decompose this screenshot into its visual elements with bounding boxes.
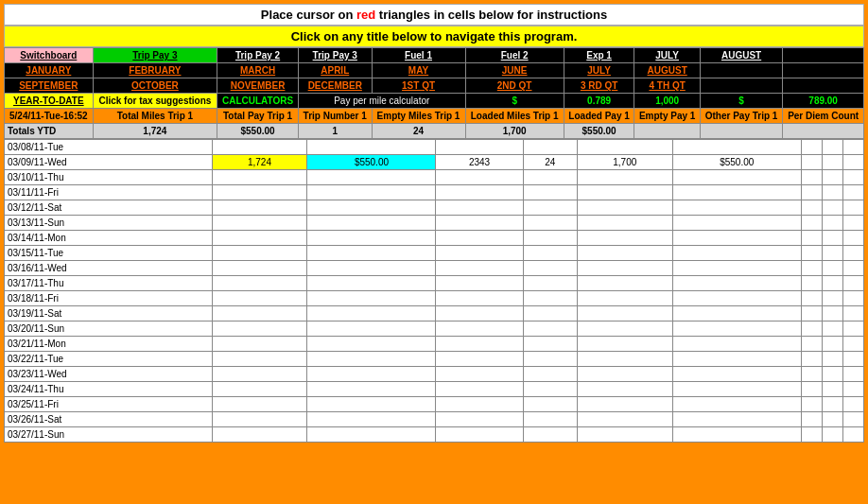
table-cell — [822, 306, 842, 322]
table-cell — [212, 306, 307, 322]
nav-trip-pay-3-active[interactable]: Trip Pay 3 — [93, 48, 217, 63]
table-cell — [822, 276, 842, 291]
table-cell — [307, 306, 436, 322]
table-cell — [523, 337, 577, 352]
nav-july-2[interactable]: JULY — [564, 63, 634, 78]
table-cell — [307, 200, 436, 216]
table-cell — [523, 367, 577, 382]
table-cell: 03/16/11-Wed — [5, 261, 213, 276]
table-cell — [672, 427, 801, 443]
table-cell — [672, 412, 801, 427]
nav-switchboard[interactable]: Switchboard — [5, 48, 94, 63]
nav-august-2[interactable]: AUGUST — [634, 63, 700, 78]
table-cell — [822, 427, 842, 443]
calc-value-3: 789.00 — [783, 94, 864, 109]
table-cell — [212, 231, 307, 246]
table-cell — [822, 231, 842, 246]
nav-3rd-qt[interactable]: 3 RD QT — [564, 78, 634, 94]
nav-may[interactable]: MAY — [372, 63, 465, 78]
table-cell — [436, 216, 523, 231]
nav-march[interactable]: MARCH — [217, 63, 299, 78]
table-cell — [307, 352, 436, 367]
nav-row-1: Switchboard Trip Pay 3 Trip Pay 2 Trip P… — [5, 48, 864, 63]
totals-other-pay — [700, 124, 782, 139]
nav-july[interactable]: JULY — [634, 48, 700, 63]
nav-january[interactable]: JANUARY — [5, 63, 94, 78]
table-cell — [842, 185, 863, 200]
table-cell — [842, 427, 863, 443]
nav-exp-1[interactable]: Exp 1 — [564, 48, 634, 63]
table-cell — [801, 322, 822, 337]
table-cell — [577, 306, 672, 322]
nav-fuel-1[interactable]: Fuel 1 — [372, 48, 465, 63]
table-cell — [523, 185, 577, 200]
table-cell — [307, 412, 436, 427]
table-cell — [212, 291, 307, 306]
table-cell — [212, 276, 307, 291]
table-cell — [672, 200, 801, 216]
col-header-empty-miles: Empty Miles Trip 1 — [372, 109, 465, 124]
nav-december[interactable]: DECEMBER — [298, 78, 372, 94]
calculators-cell[interactable]: CALCULATORS — [217, 94, 299, 109]
table-cell — [212, 170, 307, 185]
table-row: 03/23/11-Wed — [5, 367, 864, 382]
table-row: 03/21/11-Mon — [5, 337, 864, 352]
table-cell: 03/14/11-Mon — [5, 231, 213, 246]
table-cell: 03/25/11-Fri — [5, 397, 213, 412]
table-cell — [822, 246, 842, 261]
table-cell — [822, 322, 842, 337]
totals-loaded-miles: 1,700 — [465, 124, 564, 139]
table-row: 03/25/11-Fri — [5, 397, 864, 412]
table-cell — [577, 185, 672, 200]
red-text: red — [356, 8, 375, 22]
table-cell: 03/20/11-Sun — [5, 322, 213, 337]
col-header-total-miles: Total Miles Trip 1 — [93, 109, 217, 124]
nav-2nd-qt[interactable]: 2ND QT — [465, 78, 564, 94]
table-row: 03/20/11-Sun — [5, 322, 864, 337]
table-cell: 03/22/11-Tue — [5, 352, 213, 367]
nav-august[interactable]: AUGUST — [700, 48, 782, 63]
table-cell — [822, 367, 842, 382]
table-cell — [822, 216, 842, 231]
nav-row-3: SEPTEMBER OCTOBER NOVEMBER DECEMBER 1ST … — [5, 78, 864, 94]
table-cell — [842, 306, 863, 322]
col-header-loaded-pay: Loaded Pay 1 — [564, 109, 634, 124]
table-cell — [577, 276, 672, 291]
nav-4th-qt[interactable]: 4 TH QT — [634, 78, 700, 94]
click-tax-cell[interactable]: Click for tax suggestions — [93, 94, 217, 109]
nav-october[interactable]: OCTOBER — [93, 78, 217, 94]
table-cell — [307, 322, 436, 337]
table-cell — [577, 140, 672, 155]
table-row: 03/24/11-Thu — [5, 382, 864, 397]
year-to-date-cell[interactable]: YEAR-TO-DATE — [5, 94, 94, 109]
nav-february[interactable]: FEBRUARY — [93, 63, 217, 78]
table-cell — [672, 337, 801, 352]
nav-fuel-2[interactable]: Fuel 2 — [465, 48, 564, 63]
nav-june[interactable]: JUNE — [465, 63, 564, 78]
col-header-per-diem: Per Diem Count — [783, 109, 864, 124]
table-cell: 03/11/11-Fri — [5, 185, 213, 200]
table-cell — [577, 170, 672, 185]
totals-loaded-pay: $550.00 — [564, 124, 634, 139]
nav-september[interactable]: SEPTEMBER — [5, 78, 94, 94]
nav-1st-qt[interactable]: 1ST QT — [372, 78, 465, 94]
table-cell — [436, 231, 523, 246]
nav-november[interactable]: NOVEMBER — [217, 78, 299, 94]
totals-empty-miles: 24 — [372, 124, 465, 139]
table-cell — [523, 200, 577, 216]
nav-april[interactable]: APRIL — [298, 63, 372, 78]
table-cell — [523, 382, 577, 397]
table-row: 03/12/11-Sat — [5, 200, 864, 216]
spreadsheet-container: Place cursor on red triangles in cells b… — [0, 0, 868, 446]
table-cell — [523, 216, 577, 231]
nav-trip-pay-2[interactable]: Trip Pay 2 — [217, 48, 299, 63]
table-cell — [307, 216, 436, 231]
table-cell: 03/10/11-Thu — [5, 170, 213, 185]
col-header-total-pay: Total Pay Trip 1 — [217, 109, 299, 124]
table-cell — [801, 382, 822, 397]
nav-trip-pay-3[interactable]: Trip Pay 3 — [298, 48, 372, 63]
table-cell — [523, 306, 577, 322]
table-cell — [672, 322, 801, 337]
table-cell — [577, 397, 672, 412]
table-cell: 03/21/11-Mon — [5, 337, 213, 352]
